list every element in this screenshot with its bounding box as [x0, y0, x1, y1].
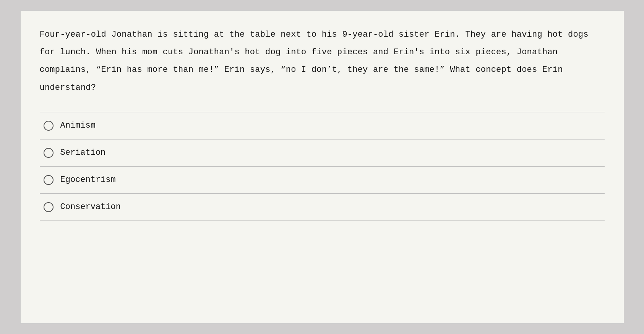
radio-a[interactable]	[44, 121, 54, 131]
option-label-b: Seriation	[60, 148, 106, 157]
option-row-c[interactable]: Egocentrism	[40, 167, 605, 194]
radio-b[interactable]	[44, 148, 54, 158]
option-row-b[interactable]: Seriation	[40, 139, 605, 167]
option-row-d[interactable]: Conservation	[40, 194, 605, 221]
option-row-a[interactable]: Animism	[40, 112, 605, 139]
option-label-a: Animism	[60, 121, 96, 130]
option-label-d: Conservation	[60, 202, 121, 212]
question-card: Four-year-old Jonathan is sitting at the…	[20, 10, 624, 324]
question-text: Four-year-old Jonathan is sitting at the…	[40, 26, 605, 97]
option-label-c: Egocentrism	[60, 175, 116, 185]
radio-d[interactable]	[44, 202, 54, 212]
radio-c[interactable]	[44, 175, 54, 185]
options-container: AnimismSeriationEgocentrismConservation	[40, 112, 605, 221]
